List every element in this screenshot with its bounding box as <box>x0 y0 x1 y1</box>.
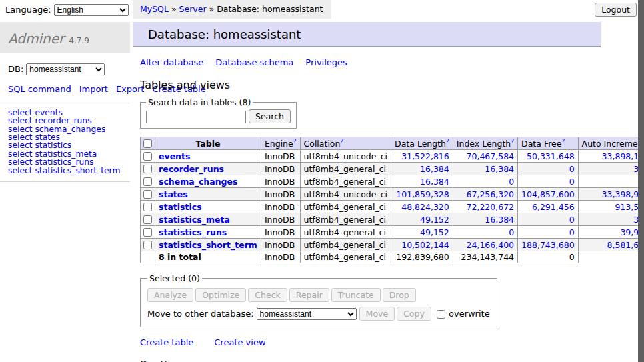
data-length-link[interactable]: 16,384 <box>420 164 449 174</box>
data-free-link[interactable]: 0 <box>569 227 575 237</box>
engine-cell: InnoDB <box>261 163 300 175</box>
breadcrumb-server-link[interactable]: Server <box>179 4 207 14</box>
table-link-schema_changes[interactable]: schema_changes <box>159 177 237 187</box>
sidebar-action-sql-command[interactable]: SQL command <box>8 84 71 94</box>
index-length-link[interactable]: 16,384 <box>485 164 514 174</box>
language-chooser: Language:English <box>5 4 129 16</box>
sidebar-select-statistics[interactable]: select statistics <box>8 141 122 149</box>
row-checkbox-statistics_runs[interactable] <box>143 228 152 237</box>
row-checkbox-schema_changes[interactable] <box>143 177 152 186</box>
data-length-link[interactable]: 49,152 <box>420 227 449 237</box>
menu-link-privileges[interactable]: Privileges <box>305 57 347 67</box>
app-name: Adminer <box>8 31 64 47</box>
collation-cell: utf8mb4_general_ci <box>300 163 391 175</box>
collation-cell: utf8mb4_unicode_ci <box>300 188 391 201</box>
data-length-link[interactable]: 48,824,320 <box>401 202 449 212</box>
link-create-view[interactable]: Create view <box>214 337 265 347</box>
logout-button[interactable]: Logout <box>595 3 637 17</box>
index-length-link[interactable]: 16,384 <box>485 215 514 225</box>
row-checkbox-statistics_short_term[interactable] <box>143 241 152 249</box>
table-link-statistics_runs[interactable]: statistics_runs <box>159 227 227 237</box>
index-length-link[interactable]: 0 <box>509 177 514 187</box>
drop-button[interactable]: Drop <box>383 288 416 302</box>
app-version[interactable]: 4.7.9 <box>69 36 89 45</box>
selected-legend: Selected (0) <box>147 273 202 283</box>
data-free-link[interactable]: 0 <box>569 177 575 187</box>
row-checkbox-statistics[interactable] <box>143 203 152 211</box>
link-create-table[interactable]: Create table <box>140 337 193 347</box>
data-free-link[interactable]: 0 <box>569 164 575 174</box>
row-checkbox-recorder_runs[interactable] <box>143 165 152 173</box>
data-length-link[interactable]: 101,859,328 <box>396 189 449 199</box>
sidebar-select-statistics-runs[interactable]: select statistics_runs <box>8 158 122 166</box>
help-icon[interactable]: ? <box>293 138 297 145</box>
menu-link-database-schema[interactable]: Database schema <box>215 57 293 67</box>
menu-link-alter-database[interactable]: Alter database <box>140 57 203 67</box>
repair-button[interactable]: Repair <box>289 288 329 302</box>
create-links: Create tableCreate view <box>140 337 600 347</box>
vertical-scrollbar[interactable] <box>638 0 644 362</box>
table-link-statistics_meta[interactable]: statistics_meta <box>159 215 230 225</box>
index-length-link[interactable]: 67,256,320 <box>467 189 515 199</box>
help-icon[interactable]: ? <box>561 138 565 145</box>
routines-section-title: Routines <box>140 359 600 362</box>
overwrite-checkbox[interactable] <box>437 310 445 319</box>
search-button[interactable]: Search <box>249 109 291 123</box>
sidebar-action-import[interactable]: Import <box>79 84 108 94</box>
row-checkbox-events[interactable] <box>143 152 152 161</box>
table-row-statistics_short_term: statistics_short_termInnoDButf8mb4_gener… <box>141 239 644 251</box>
column-header-auto-increment: Auto Increment? <box>578 137 644 150</box>
tables-overview-table: TableEngine?Collation?Data Length?Index … <box>140 137 644 263</box>
data-free-link[interactable]: 0 <box>569 215 575 225</box>
index-length-link[interactable]: 72,220,672 <box>467 202 515 212</box>
table-link-states[interactable]: states <box>159 189 188 199</box>
analyze-button[interactable]: Analyze <box>147 288 193 302</box>
index-length-link[interactable]: 70,467,584 <box>467 151 515 161</box>
breadcrumb-separator: » <box>171 4 177 14</box>
index-length-link[interactable]: 24,166,400 <box>467 240 515 250</box>
move-button[interactable]: Move <box>359 307 395 321</box>
row-checkbox-statistics_meta[interactable] <box>143 215 152 224</box>
data-free-link[interactable]: 104,857,600 <box>521 189 575 199</box>
table-link-statistics_short_term[interactable]: statistics_short_term <box>159 240 257 250</box>
optimize-button[interactable]: Optimize <box>195 288 246 302</box>
help-icon[interactable]: ? <box>511 138 514 145</box>
sidebar-table-links: select eventsselect recorder_runsselect … <box>0 103 130 182</box>
sidebar-select-recorder-runs[interactable]: select recorder_runs <box>8 117 122 125</box>
app-title: Adminer4.7.9 <box>0 22 130 53</box>
total-collation: utf8mb4_general_ci <box>300 251 391 263</box>
scrollbar-thumb[interactable] <box>638 0 644 362</box>
data-length-link[interactable]: 10,502,144 <box>401 240 449 250</box>
select-all-checkbox[interactable] <box>143 139 152 148</box>
data-free-link[interactable]: 188,743,680 <box>521 240 575 250</box>
check-button[interactable]: Check <box>248 288 287 302</box>
help-icon[interactable]: ? <box>446 138 449 145</box>
table-link-statistics[interactable]: statistics <box>159 202 202 212</box>
language-select[interactable]: English <box>54 4 129 16</box>
engine-cell: InnoDB <box>261 188 300 201</box>
collation-cell: utf8mb4_general_ci <box>300 239 391 251</box>
db-select[interactable]: homeassistant <box>26 63 105 75</box>
copy-button[interactable]: Copy <box>397 307 431 321</box>
table-header-row: TableEngine?Collation?Data Length?Index … <box>141 137 644 150</box>
row-checkbox-states[interactable] <box>143 190 152 199</box>
index-length-link[interactable]: 0 <box>509 227 514 237</box>
breadcrumb-mysql-link[interactable]: MySQL <box>140 4 169 14</box>
data-length-link[interactable]: 16,384 <box>420 177 449 187</box>
data-free-link[interactable]: 50,331,648 <box>527 151 575 161</box>
main-content: Database: homeassistant Alter databaseDa… <box>133 22 601 362</box>
overwrite-label: overwrite <box>449 309 490 319</box>
data-length-link[interactable]: 49,152 <box>420 215 449 225</box>
table-link-events[interactable]: events <box>159 151 190 161</box>
truncate-button[interactable]: Truncate <box>331 288 381 302</box>
sidebar-select-statistics-short-term[interactable]: select statistics_short_term <box>8 167 122 175</box>
table-link-recorder_runs[interactable]: recorder_runs <box>159 164 224 174</box>
help-icon[interactable]: ? <box>340 138 343 145</box>
search-input[interactable] <box>146 111 246 123</box>
data-length-link[interactable]: 31,522,816 <box>401 151 449 161</box>
table-total-row: 8 in totalInnoDButf8mb4_general_ci192,83… <box>141 251 644 263</box>
data-free-link[interactable]: 6,291,456 <box>532 202 575 212</box>
move-db-select[interactable]: homeassistant <box>257 308 357 320</box>
sidebar: Adminer4.7.9 DB:homeassistant SQL comman… <box>0 22 130 182</box>
table-row-schema_changes: schema_changesInnoDButf8mb4_general_ci16… <box>141 175 644 188</box>
